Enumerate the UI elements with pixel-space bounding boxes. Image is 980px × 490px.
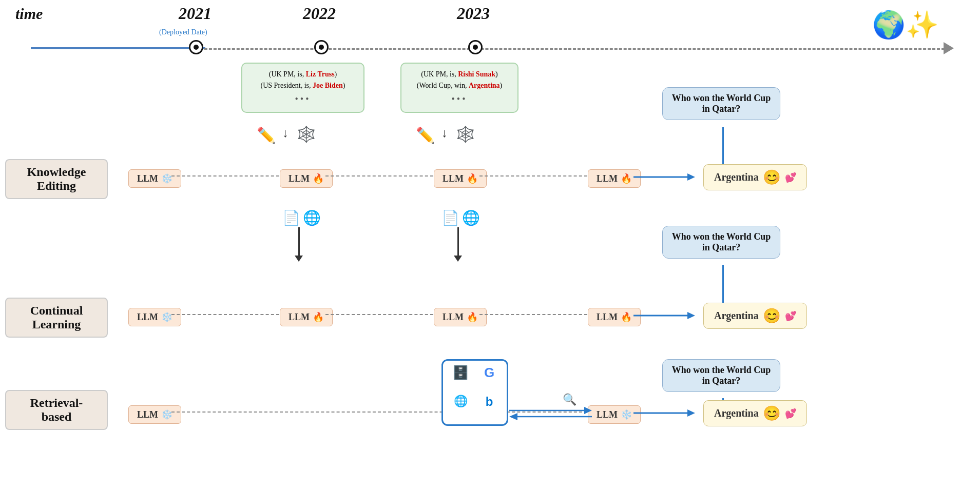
blue-arrow-cl-right [633, 310, 695, 326]
blue-arrow-rb-right [633, 408, 695, 423]
question-box-ke: Who won the World Cup in Qatar? [662, 87, 780, 120]
section-label-retrieval: Retrieval- based [5, 390, 108, 430]
doc-icon-cl-2023: 📄 [441, 209, 459, 226]
dashed-line-ke-2022-2023 [325, 175, 433, 177]
dashed-line-cl-2021-2022 [171, 314, 279, 315]
dashed-line-cl-2023-query [479, 314, 587, 315]
llm-ke-2022: LLM 🔥 [280, 169, 333, 188]
svg-marker-9 [687, 409, 695, 417]
wiki-icon-cl-2022: 🌐 [303, 209, 321, 226]
network-icon-2022: 🕸️ [297, 125, 316, 143]
svg-marker-1 [687, 173, 695, 181]
magnifier-icon: 🔍 [563, 393, 577, 406]
llm-ke-query: LLM 🔥 [588, 169, 641, 188]
answer-box-cl: Argentina 😊 💕 [703, 303, 807, 329]
timeline-arrow [944, 42, 954, 54]
edit-icon-2022: ✏️ [257, 126, 276, 144]
answer-box-rb: Argentina 😊 💕 [703, 400, 807, 426]
dashed-line-rb-long [171, 411, 592, 413]
database-search-box: 🗄️ G 🌐 b [441, 359, 508, 426]
arrow-cl-2023-down [454, 227, 462, 262]
svg-marker-3 [687, 312, 695, 319]
llm-cl-2021: LLM ❄️ [128, 308, 181, 326]
time-label: time [15, 5, 43, 23]
doc-icon-cl-2022: 📄 [282, 209, 300, 226]
timeline-dashed [195, 48, 945, 50]
arrow-edit-2023: ↓ [441, 126, 448, 140]
llm-cl-query: LLM 🔥 [588, 308, 641, 326]
llm-rb-query: LLM ❄️ [588, 405, 641, 424]
dashed-line-cl-2022-2023 [325, 314, 433, 315]
timeline-dot-2023 [468, 40, 483, 54]
llm-cl-2023: LLM 🔥 [434, 308, 487, 326]
network-icon-2023: 🕸️ [456, 125, 475, 143]
arrow-edit-2022: ↓ [282, 126, 289, 140]
llm-ke-2023: LLM 🔥 [434, 169, 487, 188]
year-2021-label: 2021 [179, 4, 212, 23]
timeline-dot-2021 [189, 40, 203, 54]
dashed-line-ke-2023-query [479, 175, 587, 177]
year-2023-label: 2023 [457, 4, 490, 23]
question-box-rb: Who won the World Cup in Qatar? [662, 359, 780, 392]
dashed-line-ke-2021-2022 [171, 175, 279, 177]
blue-arrow-ke-right [633, 172, 695, 187]
arrow-cl-2022-down [295, 227, 303, 262]
year-2022-label: 2022 [303, 4, 336, 23]
main-diagram: time 🌍✨ 2021 (Deployed Date) 2022 2023 K… [0, 0, 980, 490]
llm-rb-2021: LLM ❄️ [128, 405, 181, 424]
timeline-dot-2022 [314, 40, 329, 54]
timeline-solid [31, 47, 205, 49]
knowledge-box-2022: (UK PM, is, Liz Truss) (US President, is… [241, 63, 364, 113]
section-label-continual-learning: Continual Learning [5, 298, 108, 338]
llm-ke-2021: LLM ❄️ [128, 169, 181, 188]
answer-box-ke: Argentina 😊 💕 [703, 164, 807, 190]
knowledge-box-2023: (UK PM, is, Rishi Sunak) (World Cup, win… [400, 63, 518, 113]
section-label-knowledge-editing: Knowledge Editing [5, 159, 108, 199]
svg-marker-5 [509, 413, 517, 420]
edit-icon-2023: ✏️ [416, 126, 435, 144]
llm-cl-2022: LLM 🔥 [280, 308, 333, 326]
globe-icon: 🌍✨ [872, 9, 939, 41]
question-box-cl: Who won the World Cup in Qatar? [662, 226, 780, 259]
wiki-icon-cl-2023: 🌐 [462, 209, 480, 226]
search-arrow-rb [507, 405, 592, 421]
deployed-date-label: (Deployed Date) [159, 28, 207, 36]
